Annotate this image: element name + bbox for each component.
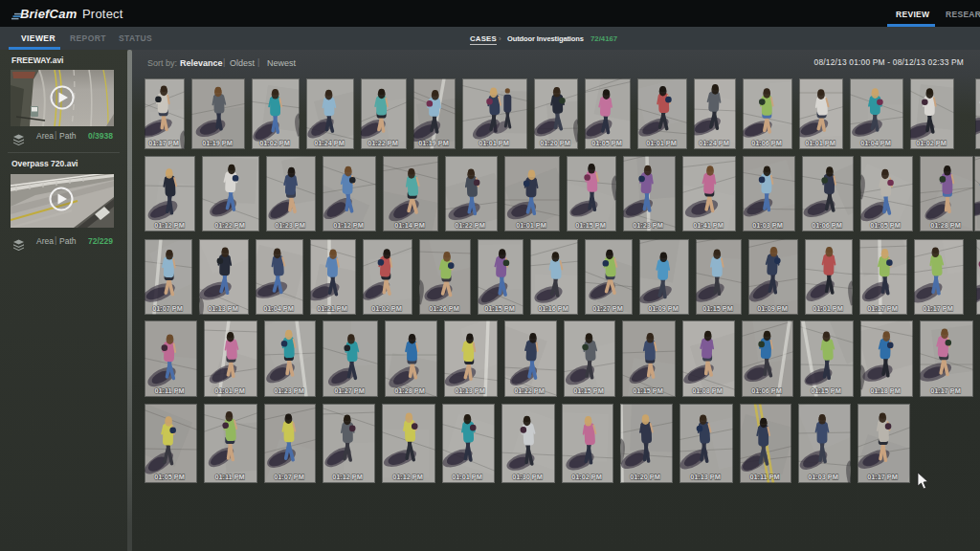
svg-text:01:11 PM: 01:11 PM xyxy=(749,473,779,481)
svg-text:01:13 PM: 01:13 PM xyxy=(208,304,238,313)
svg-text:01:02 PM: 01:02 PM xyxy=(571,473,602,481)
svg-text:01:15 PM: 01:15 PM xyxy=(702,304,733,313)
svg-text:01:03 PM: 01:03 PM xyxy=(752,221,783,230)
svg-text:01:22 PM: 01:22 PM xyxy=(514,386,545,395)
svg-text:01:22 PM: 01:22 PM xyxy=(455,221,485,230)
svg-text:01:28 PM: 01:28 PM xyxy=(394,386,425,395)
svg-text:01:03 PM: 01:03 PM xyxy=(808,473,838,481)
svg-text:01:01 PM: 01:01 PM xyxy=(516,221,546,230)
svg-text:01:06 PM: 01:06 PM xyxy=(751,139,782,147)
svg-text:01:24 PM: 01:24 PM xyxy=(699,139,729,147)
svg-text:01:04 PM: 01:04 PM xyxy=(860,139,891,147)
svg-text:01:12 PM: 01:12 PM xyxy=(154,221,185,230)
svg-text:01:01 PM: 01:01 PM xyxy=(813,304,843,313)
svg-text:01:20 PM: 01:20 PM xyxy=(540,139,570,147)
svg-text:01:19 PM: 01:19 PM xyxy=(418,139,449,147)
svg-text:01:02 PM: 01:02 PM xyxy=(259,139,290,147)
svg-text:01:28 PM: 01:28 PM xyxy=(930,221,961,230)
svg-text:01:18 PM: 01:18 PM xyxy=(870,386,901,395)
svg-text:01:11 PM: 01:11 PM xyxy=(214,473,244,481)
svg-text:01:02 PM: 01:02 PM xyxy=(916,139,947,147)
svg-text:01:41 PM: 01:41 PM xyxy=(693,221,724,230)
svg-text:01:17 PM: 01:17 PM xyxy=(867,304,898,313)
svg-text:01:17 PM: 01:17 PM xyxy=(930,386,961,395)
svg-text:01:06 PM: 01:06 PM xyxy=(812,221,842,230)
svg-text:01:15 PM: 01:15 PM xyxy=(575,221,606,230)
svg-text:01:09 PM: 01:09 PM xyxy=(757,304,788,313)
svg-text:01:19 PM: 01:19 PM xyxy=(202,139,233,147)
svg-text:01:09 PM: 01:09 PM xyxy=(648,304,679,313)
svg-text:01:06 PM: 01:06 PM xyxy=(751,386,782,395)
svg-text:01:12 PM: 01:12 PM xyxy=(392,473,423,481)
svg-text:01:12 PM: 01:12 PM xyxy=(333,221,364,230)
svg-text:01:17 PM: 01:17 PM xyxy=(148,139,179,147)
svg-text:01:23 PM: 01:23 PM xyxy=(275,221,305,230)
svg-text:01:14 PM: 01:14 PM xyxy=(394,221,425,230)
svg-text:01:13 PM: 01:13 PM xyxy=(690,473,721,481)
svg-text:01:15 PM: 01:15 PM xyxy=(811,386,841,395)
svg-text:01:01 PM: 01:01 PM xyxy=(646,139,677,147)
svg-text:01:21 PM: 01:21 PM xyxy=(317,304,347,313)
svg-text:01:07 PM: 01:07 PM xyxy=(152,304,183,313)
svg-text:01:04 PM: 01:04 PM xyxy=(263,304,294,313)
svg-text:01:05 PM: 01:05 PM xyxy=(591,139,622,147)
svg-text:01:23 PM: 01:23 PM xyxy=(274,386,304,395)
svg-text:01:26 PM: 01:26 PM xyxy=(429,304,459,313)
svg-text:01:15 PM: 01:15 PM xyxy=(633,386,663,395)
svg-text:01:05 PM: 01:05 PM xyxy=(870,221,901,230)
svg-text:01:02 PM: 01:02 PM xyxy=(371,304,402,313)
svg-text:01:20 PM: 01:20 PM xyxy=(630,473,660,481)
svg-text:01:17 PM: 01:17 PM xyxy=(923,304,953,313)
svg-text:01:27 PM: 01:27 PM xyxy=(334,386,365,395)
svg-text:01:08 PM: 01:08 PM xyxy=(692,386,723,395)
svg-text:01:16 PM: 01:16 PM xyxy=(538,304,568,313)
svg-text:01:05 PM: 01:05 PM xyxy=(154,473,185,481)
svg-text:01:17 PM: 01:17 PM xyxy=(867,473,898,481)
svg-text:01:01 PM: 01:01 PM xyxy=(452,473,482,481)
svg-text:01:30 PM: 01:30 PM xyxy=(512,473,543,481)
svg-text:01:15 PM: 01:15 PM xyxy=(484,304,515,313)
svg-text:01:11 PM: 01:11 PM xyxy=(154,386,184,395)
svg-text:01:15 PM: 01:15 PM xyxy=(573,386,604,395)
svg-text:01:27 PM: 01:27 PM xyxy=(592,304,623,313)
svg-text:01:13 PM: 01:13 PM xyxy=(455,386,485,395)
svg-text:01:01 PM: 01:01 PM xyxy=(214,386,245,395)
svg-text:01:12 PM: 01:12 PM xyxy=(332,473,363,481)
svg-text:01:22 PM: 01:22 PM xyxy=(368,139,398,147)
svg-text:01:01 PM: 01:01 PM xyxy=(479,139,509,147)
svg-text:01:07 PM: 01:07 PM xyxy=(274,473,304,481)
svg-text:01:24 PM: 01:24 PM xyxy=(314,139,345,147)
svg-text:01:22 PM: 01:22 PM xyxy=(214,221,245,230)
svg-text:01:01 PM: 01:01 PM xyxy=(805,139,835,147)
svg-text:01:23 PM: 01:23 PM xyxy=(633,221,663,230)
